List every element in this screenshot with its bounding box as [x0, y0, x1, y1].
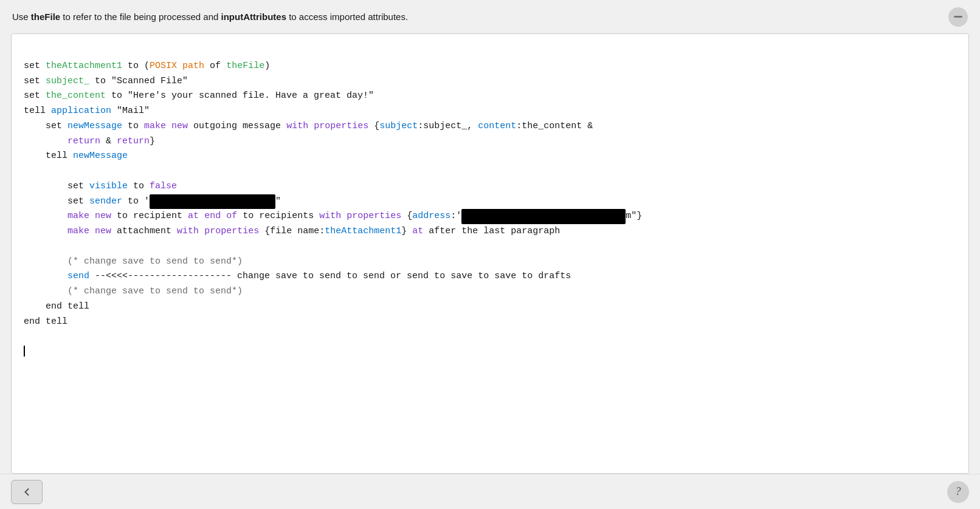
back-button[interactable] — [11, 480, 43, 504]
bottom-bar: ? — [0, 474, 980, 509]
code-content: set theAttachment1 to (POSIX path of the… — [24, 44, 956, 375]
help-label: ? — [956, 485, 961, 498]
keyword-inputAttributes: inputAttributes — [221, 12, 286, 22]
keyword-theFile: theFile — [31, 12, 60, 22]
back-icon — [21, 486, 33, 498]
top-bar: Use theFile to refer to the file being p… — [0, 0, 980, 33]
code-editor[interactable]: set theAttachment1 to (POSIX path of the… — [11, 33, 969, 474]
minimize-button[interactable] — [948, 7, 968, 27]
help-button[interactable]: ? — [947, 481, 969, 503]
cursor — [24, 346, 25, 357]
description-text: Use theFile to refer to the file being p… — [12, 10, 408, 23]
